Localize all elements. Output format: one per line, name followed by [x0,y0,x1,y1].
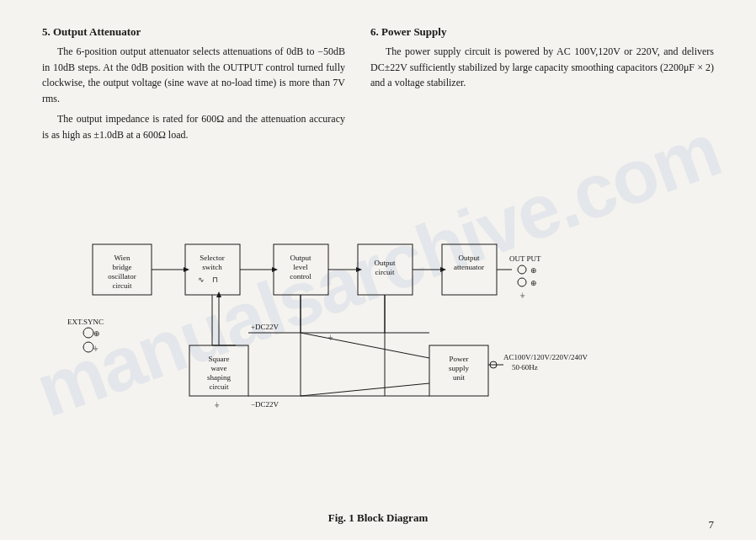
right-para-1: The power supply circuit is powered by A… [370,44,714,91]
ext-sync-symbol: ⊕ [93,329,100,338]
left-para-1: The 6-position output attenuator selects… [42,44,345,106]
page-number: 7 [709,518,715,532]
wien-bridge-text4: circuit [113,281,132,290]
output-terminal-1 [518,265,526,274]
page-container: manualsarchive.com 5. Output Attenuator … [0,0,756,540]
square-wave-text3: shaping [207,373,231,382]
output-circuit-text2: circuit [375,268,395,276]
square-wave-symbol: ⊓ [212,275,218,284]
output-level-text2: level [293,263,308,271]
ext-sync-ground: ⏚ [93,344,98,352]
ground-symbol-out: ⊕ [530,279,537,287]
right-section-body: The power supply circuit is powered by A… [370,44,714,91]
output-circuit-text1: Output [374,259,396,267]
arrowhead-1 [184,267,189,272]
fig-caption: Fig. 1 Block Diagram [328,511,428,525]
ps-to-plus [301,333,429,358]
output-attenuator-text1: Output [458,254,480,262]
ground-text: ⏚ [520,291,525,299]
plus-symbol: ⊕ [530,266,537,275]
wien-bridge-text1: Wien [114,254,130,262]
wien-bridge-text2: bridge [113,263,132,271]
ac-freq-label: 50·60Hz [512,363,538,372]
diagram-area: text { font-family: 'Times New Roman', T… [42,185,714,455]
output-attenuator-text2: attenuator [454,263,484,271]
arrowhead-4 [440,267,446,272]
square-wave-text4: circuit [210,382,229,391]
right-section-title: 6. Power Supply [370,25,714,39]
selector-switch-text1: Selector [200,254,225,262]
right-column: 6. Power Supply The power supply circuit… [370,25,714,148]
ground-dc-symbol: ⏚ [328,333,333,341]
power-supply-text1: Power [450,355,469,363]
output-label: OUT PUT [509,254,541,263]
left-section-title: 5. Output Attenuator [42,25,345,39]
minus-dc22v-label: −DC22V [251,400,280,409]
left-para-2: The output impedance is rated for 600Ω a… [42,111,345,142]
selector-switch-text2: switch [202,263,222,271]
ac-input-label: AC100V/120V/220V/240V [503,353,588,361]
square-ground: ⏚ [215,400,220,409]
wien-bridge-text3: oscillator [108,272,136,281]
ext-sync-terminal [83,328,93,338]
power-supply-text2: supply [449,364,470,372]
block-diagram-svg: text { font-family: 'Times New Roman', T… [42,185,714,455]
arrowhead-3 [356,267,362,272]
ext-sync-label: EXT.SYNC [67,318,104,326]
sine-wave-symbol: ∿ [198,275,205,284]
plus-dc22v-label: +DC22V [251,323,280,331]
output-level-text1: Output [290,254,311,262]
output-terminal-2 [518,278,526,286]
square-wave-text1: Square [209,355,230,363]
power-supply-text3: unit [453,373,466,382]
square-wave-text2: wave [211,364,227,372]
text-content: 5. Output Attenuator The 6-position outp… [42,25,714,148]
left-section-body: The 6-position output attenuator selects… [42,44,345,143]
left-column: 5. Output Attenuator The 6-position outp… [42,25,345,148]
ext-sync-terminal2 [83,342,93,352]
arrowhead-2 [272,267,278,272]
ps-to-minus [301,383,429,396]
output-level-text3: control [290,272,311,281]
